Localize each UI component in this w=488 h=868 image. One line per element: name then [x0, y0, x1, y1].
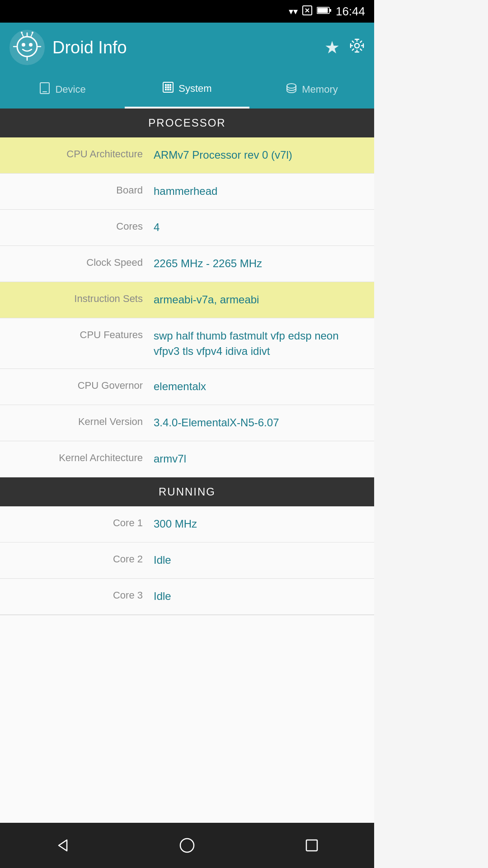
core3-label: Core 3	[9, 589, 154, 601]
running-section-header: RUNNING	[0, 477, 374, 506]
table-row: Kernel Architecture armv7l	[0, 441, 374, 477]
core2-value: Idle	[154, 552, 365, 568]
svg-rect-30	[167, 86, 169, 88]
svg-point-9	[29, 43, 33, 47]
core2-label: Core 2	[9, 552, 154, 565]
svg-point-17	[32, 32, 33, 33]
running-header-text: RUNNING	[159, 486, 216, 498]
recents-button[interactable]	[294, 827, 330, 863]
device-tab-icon	[39, 82, 51, 97]
processor-header-text: PROCESSOR	[148, 117, 225, 129]
svg-rect-26	[165, 84, 167, 86]
clock-speed-label: Clock Speed	[9, 256, 154, 269]
cores-value: 4	[154, 220, 365, 235]
svg-rect-31	[169, 86, 171, 88]
svg-rect-29	[165, 86, 167, 88]
instruction-sets-label: Instruction Sets	[9, 292, 154, 305]
board-value: hammerhead	[154, 184, 365, 199]
svg-point-8	[22, 43, 25, 47]
cpu-governor-label: CPU Governor	[9, 379, 154, 392]
svg-rect-27	[167, 84, 169, 86]
tab-device-label: Device	[55, 84, 85, 95]
settings-button[interactable]	[349, 38, 365, 58]
kernel-version-label: Kernel Version	[9, 415, 154, 428]
cpu-governor-value: elementalx	[154, 379, 365, 394]
cpu-features-value: swp half thumb fastmult vfp edsp neon vf…	[154, 328, 365, 359]
battery-icon	[317, 6, 331, 17]
table-row: Core 2 Idle	[0, 542, 374, 579]
core1-value: 300 MHz	[154, 516, 365, 532]
svg-rect-33	[167, 89, 169, 90]
table-row: CPU Governor elementalx	[0, 369, 374, 405]
wifi-icon: ▾▾	[289, 6, 298, 17]
table-row: Core 3 Idle	[0, 579, 374, 615]
table-row: Board hammerhead	[0, 174, 374, 210]
svg-point-37	[180, 839, 194, 852]
favorite-button[interactable]: ★	[324, 38, 340, 57]
table-row: CPU Features swp half thumb fastmult vfp…	[0, 318, 374, 369]
table-row: Cores 4	[0, 210, 374, 246]
svg-point-15	[21, 32, 23, 33]
processor-section-header: PROCESSOR	[0, 108, 374, 137]
memory-tab-icon	[286, 82, 297, 97]
cpu-architecture-value: ARMv7 Processor rev 0 (v7l)	[154, 147, 365, 163]
table-row: Clock Speed 2265 MHz - 2265 MHz	[0, 246, 374, 282]
status-time: 16:44	[336, 5, 365, 19]
table-row: Core 1 300 MHz	[0, 506, 374, 542]
svg-marker-36	[59, 840, 67, 851]
instruction-sets-value: armeabi-v7a, armeabi	[154, 292, 365, 307]
svg-rect-5	[329, 9, 331, 12]
tab-memory[interactable]: Memory	[249, 72, 374, 108]
app-title: Droid Info	[52, 38, 317, 57]
app-bar-actions: ★	[324, 38, 365, 58]
app-bar: Droid Info ★	[0, 23, 374, 72]
tab-system-label: System	[178, 83, 211, 94]
kernel-architecture-value: armv7l	[154, 451, 365, 467]
tab-device[interactable]: Device	[0, 72, 125, 108]
status-icons: ▾▾ 16:44	[289, 5, 365, 19]
svg-rect-32	[165, 89, 167, 90]
svg-point-18	[355, 43, 359, 48]
signal-icon	[302, 5, 312, 18]
status-bar: ▾▾ 16:44	[0, 0, 374, 23]
bottom-navigation	[0, 823, 374, 868]
cpu-architecture-label: CPU Architecture	[9, 147, 154, 160]
tab-memory-label: Memory	[302, 84, 338, 95]
svg-rect-28	[169, 84, 171, 86]
cores-label: Cores	[9, 220, 154, 232]
table-row: Instruction Sets armeabi-v7a, armeabi	[0, 282, 374, 318]
home-button[interactable]	[169, 827, 205, 863]
core1-label: Core 1	[9, 516, 154, 529]
board-label: Board	[9, 184, 154, 196]
clock-speed-value: 2265 MHz - 2265 MHz	[154, 256, 365, 271]
kernel-version-value: 3.4.0-ElementalX-N5-6.07	[154, 415, 365, 430]
table-row: CPU Architecture ARMv7 Processor rev 0 (…	[0, 137, 374, 174]
system-tab-icon	[162, 81, 174, 96]
svg-rect-34	[169, 89, 171, 90]
core3-value: Idle	[154, 589, 365, 604]
svg-point-35	[287, 84, 296, 88]
app-logo	[9, 29, 45, 66]
svg-rect-38	[306, 840, 317, 851]
cpu-features-label: CPU Features	[9, 328, 154, 341]
back-button[interactable]	[44, 827, 80, 863]
tab-system[interactable]: System	[125, 72, 249, 108]
tab-bar: Device System M	[0, 72, 374, 108]
svg-rect-4	[317, 8, 328, 13]
table-row: Kernel Version 3.4.0-ElementalX-N5-6.07	[0, 405, 374, 441]
kernel-architecture-label: Kernel Architecture	[9, 451, 154, 464]
